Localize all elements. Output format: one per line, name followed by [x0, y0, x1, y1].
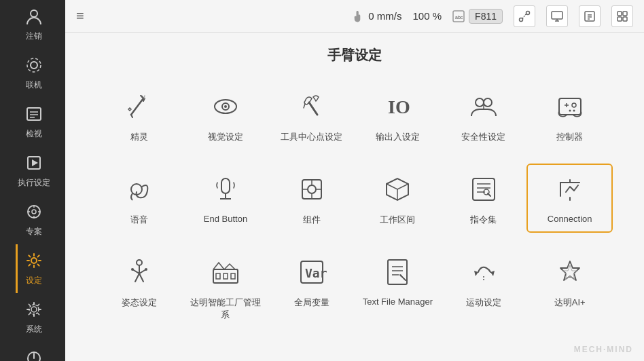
svg-line-42: [304, 104, 305, 108]
vision-label: 视觉设定: [208, 131, 243, 143]
sidebar-item-project[interactable]: 专案: [16, 195, 50, 244]
controller-label: 控制器: [556, 131, 583, 143]
speed-indicator: 0 mm/s: [351, 10, 401, 23]
info-icon-btn[interactable]: [579, 5, 601, 27]
svg-point-15: [31, 258, 37, 263]
grid-icon-btn[interactable]: [611, 5, 633, 27]
svg-rect-64: [473, 178, 495, 200]
connection-icon: [551, 170, 589, 208]
grid-item-tool-center[interactable]: 工具中心点设定: [268, 81, 355, 150]
svg-line-75: [139, 273, 143, 282]
commands-label: 指令集: [470, 214, 497, 226]
monitor-icon-btn[interactable]: [546, 5, 568, 27]
grid-item-end-button[interactable]: End Button: [183, 164, 269, 233]
fcode-icon: abc: [452, 10, 465, 22]
sidebar-item-login[interactable]: 注销: [16, 0, 50, 49]
component-label: 组件: [303, 214, 321, 226]
svg-point-44: [476, 98, 484, 107]
svg-rect-28: [585, 12, 594, 21]
motion-icon: [465, 253, 503, 291]
svg-rect-25: [552, 12, 562, 19]
commands-icon: [465, 170, 503, 208]
grid-item-io[interactable]: IO 输出入设定: [355, 81, 441, 150]
grid-item-motion[interactable]: 运动设定: [441, 246, 527, 328]
voice-label: 语音: [130, 214, 148, 226]
svg-rect-33: [623, 12, 627, 16]
project-icon: [24, 202, 43, 223]
sidebar-item-system[interactable]: 系统: [16, 293, 50, 342]
sidebar-item-execute-label: 执行设定: [18, 177, 50, 189]
sidebar-item-inspect[interactable]: 检视: [16, 98, 50, 147]
svg-point-0: [31, 10, 37, 17]
factory-mgr-label: 达明智能工厂管理系: [190, 297, 262, 321]
grid-item-global-var[interactable]: Var 全局变量: [268, 246, 355, 328]
grid-item-factory-mgr[interactable]: 达明智能工厂管理系: [183, 246, 269, 328]
path-icon-btn[interactable]: [514, 5, 535, 27]
grid-item-component[interactable]: 组件: [268, 164, 355, 233]
svg-marker-8: [32, 159, 38, 166]
grid-item-workspace[interactable]: 工作区间: [355, 164, 441, 233]
svg-point-16: [31, 307, 37, 312]
svg-rect-47: [559, 98, 581, 115]
grid-item-connection[interactable]: Connection: [526, 164, 613, 233]
percent-indicator: 100 %: [413, 10, 442, 22]
sidebar-item-settings-label: 设定: [26, 275, 42, 286]
watermark: MECH·MIND: [574, 345, 633, 354]
grid-item-pose[interactable]: 姿态设定: [96, 246, 183, 328]
component-icon: [293, 170, 331, 208]
grid-item-text-file-mgr[interactable]: Text File Manager: [355, 246, 441, 328]
pose-label: 姿态设定: [122, 297, 157, 309]
grid-item-wizard[interactable]: 精灵: [96, 81, 183, 150]
svg-point-72: [137, 260, 142, 265]
svg-rect-85: [388, 260, 407, 284]
svg-point-48: [572, 103, 576, 107]
svg-point-52: [569, 110, 571, 112]
svg-rect-78: [213, 269, 238, 283]
sidebar-item-connect-label: 联机: [26, 79, 42, 91]
svg-point-77: [145, 268, 147, 271]
svg-text:Var: Var: [305, 266, 327, 280]
svg-line-36: [131, 98, 143, 115]
svg-rect-54: [221, 178, 230, 193]
svg-point-24: [526, 11, 530, 14]
end-button-label: End Button: [204, 214, 247, 224]
svg-line-37: [131, 115, 132, 117]
ai-plus-icon: [551, 253, 589, 291]
sidebar-top: 注销 联机 检视: [16, 0, 50, 361]
svg-marker-89: [474, 271, 478, 276]
connection-label: Connection: [548, 214, 592, 224]
grid-item-commands[interactable]: 指令集: [441, 164, 527, 233]
grid-item-vision[interactable]: 视觉设定: [183, 81, 269, 150]
login-icon: [24, 7, 43, 28]
sidebar-item-shutdown[interactable]: 关机: [16, 342, 50, 361]
svg-point-1: [31, 62, 37, 69]
voice-icon: [120, 170, 158, 208]
svg-rect-79: [216, 273, 220, 279]
svg-rect-81: [231, 273, 235, 279]
tool-center-label: 工具中心点设定: [281, 131, 342, 143]
grid-item-safety[interactable]: 安全性设定: [441, 81, 527, 150]
grid-item-ai-plus[interactable]: 达明AI+: [526, 246, 613, 328]
sidebar-item-connect[interactable]: 联机: [16, 49, 50, 98]
controller-icon: [551, 88, 589, 126]
fcode-value: F811: [469, 9, 503, 24]
percent-value: 100 %: [413, 10, 442, 22]
svg-point-40: [224, 105, 227, 108]
svg-point-58: [308, 185, 316, 193]
motion-label: 运动设定: [466, 297, 501, 309]
section-title: 手臂设定: [86, 46, 624, 64]
grid-item-voice[interactable]: 语音: [96, 164, 183, 233]
settings-icon: [24, 251, 43, 272]
svg-line-69: [488, 193, 490, 196]
svg-rect-32: [618, 12, 622, 16]
menu-icon[interactable]: ≡: [76, 8, 84, 24]
sidebar-item-settings[interactable]: 设定: [16, 244, 50, 293]
system-icon: [24, 300, 43, 321]
svg-point-76: [131, 268, 134, 271]
sidebar-item-inspect-label: 检视: [26, 128, 42, 140]
sidebar-item-execute[interactable]: 执行设定: [16, 147, 50, 195]
svg-point-2: [27, 58, 41, 72]
svg-point-17: [29, 305, 39, 314]
text-file-mgr-label: Text File Manager: [363, 297, 433, 307]
grid-item-controller[interactable]: 控制器: [526, 81, 613, 150]
